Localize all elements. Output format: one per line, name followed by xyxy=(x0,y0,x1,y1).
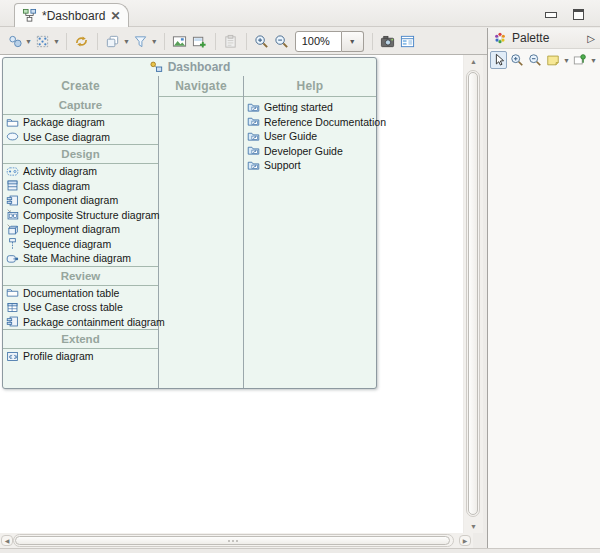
zoom-in-button[interactable] xyxy=(252,31,272,51)
sync-button[interactable] xyxy=(72,31,92,51)
editor-tab-bar: *Dashboard ✕ xyxy=(0,0,600,27)
item-label: Composite Structure diagram xyxy=(23,209,160,221)
dashboard-item-sequence-diagram[interactable]: Sequence diagram xyxy=(3,237,158,252)
help-folder-icon xyxy=(247,159,260,172)
shapes-tool-button[interactable] xyxy=(5,31,25,51)
select-tool-button[interactable] xyxy=(490,51,507,69)
item-label: User Guide xyxy=(264,130,317,142)
dashboard-item-use-case-cross-table[interactable]: Use Case cross table xyxy=(3,300,158,315)
vertical-scroll-track[interactable] xyxy=(466,70,480,517)
scroll-down-icon[interactable]: ▼ xyxy=(464,523,483,530)
tab-title: *Dashboard xyxy=(42,9,105,23)
dashboard-item-use-case-diagram[interactable]: Use Case diagram xyxy=(3,130,158,145)
vertical-scroll-thumb[interactable] xyxy=(468,72,478,515)
item-label: State Machine diagram xyxy=(23,252,131,264)
help-item-reference-documentation[interactable]: Reference Documentation xyxy=(244,115,376,130)
tab-dashboard[interactable]: *Dashboard ✕ xyxy=(14,3,129,27)
dashboard-item-composite-structure-diagram[interactable]: Composite Structure diagram xyxy=(3,208,158,223)
scroll-left-icon[interactable]: ◀ xyxy=(1,535,13,546)
note-dropdown-arrow-icon[interactable]: ▼ xyxy=(563,57,570,64)
pin-icon xyxy=(573,53,587,67)
help-item-developer-guide[interactable]: Developer Guide xyxy=(244,144,376,159)
dashboard-panel-title: Dashboard xyxy=(168,60,231,74)
horizontal-scroll-track[interactable] xyxy=(13,534,454,547)
palette-zoom-out-button[interactable] xyxy=(527,51,544,69)
dashboard-item-package-diagram[interactable]: Package diagram xyxy=(3,115,158,130)
sequence-diagram-icon xyxy=(6,237,19,250)
shapes-dropdown-arrow-icon[interactable]: ▼ xyxy=(25,38,32,45)
arrange-dropdown-arrow-icon[interactable]: ▼ xyxy=(53,38,60,45)
palette-zoom-in-button[interactable] xyxy=(508,51,525,69)
item-label: Documentation table xyxy=(23,287,119,299)
dashboard-item-class-diagram[interactable]: Class diagram xyxy=(3,179,158,194)
toolbar-separator xyxy=(97,33,98,50)
horizontal-scrollbar[interactable]: ◀ ▶ xyxy=(0,533,473,548)
screenshot-button[interactable] xyxy=(378,31,398,51)
scroll-right-icon[interactable]: ▶ xyxy=(459,535,471,546)
zoom-level-input[interactable]: 100% xyxy=(295,31,342,52)
filter-button[interactable] xyxy=(131,31,151,51)
toolbar-separator xyxy=(215,33,216,50)
dashboard-item-state-machine-diagram[interactable]: State Machine diagram xyxy=(3,251,158,266)
note-tool-button[interactable] xyxy=(545,51,562,69)
help-folder-icon xyxy=(247,130,260,143)
view-image-button[interactable] xyxy=(170,31,190,51)
toolbar-separator xyxy=(164,33,165,50)
column-navigate: Navigate xyxy=(159,76,244,388)
dashboard-item-package-containment-diagram[interactable]: Package containment diagram xyxy=(3,315,158,330)
copy-appearance-button[interactable] xyxy=(103,31,123,51)
grid-window-icon xyxy=(400,34,415,49)
filter-funnel-icon xyxy=(133,34,148,49)
item-label: Class diagram xyxy=(23,180,90,192)
help-folder-icon xyxy=(247,144,260,157)
horizontal-scroll-thumb[interactable] xyxy=(15,536,450,545)
zoom-out-button[interactable] xyxy=(272,31,292,51)
help-item-support[interactable]: Support xyxy=(244,158,376,173)
filter-dropdown-arrow-icon[interactable]: ▼ xyxy=(151,38,158,45)
copy-dropdown-arrow-icon[interactable]: ▼ xyxy=(123,38,130,45)
dashboard-item-deployment-diagram[interactable]: Deployment diagram xyxy=(3,222,158,237)
help-item-getting-started[interactable]: Getting started xyxy=(244,100,376,115)
view-buttons xyxy=(545,9,584,20)
application-window: *Dashboard ✕ ▼ ▼ ▼ ▼ 100% ▼ xyxy=(0,0,600,553)
palette-header[interactable]: Palette ▷ xyxy=(488,28,600,49)
toolbar-separator xyxy=(372,33,373,50)
section-header-extend: Extend xyxy=(3,330,158,348)
class-diagram-icon xyxy=(6,179,19,192)
diagram-window-button[interactable] xyxy=(398,31,418,51)
package-containment-icon xyxy=(6,315,19,328)
toolbar-separator xyxy=(246,33,247,50)
paste-button-disabled xyxy=(221,31,241,51)
zoom-level-dropdown-button[interactable]: ▼ xyxy=(342,31,364,52)
maximize-icon[interactable] xyxy=(573,9,584,20)
dashboard-panel: Dashboard Create Capture Package diagram… xyxy=(2,57,377,389)
scroll-up-icon[interactable]: ▲ xyxy=(464,58,483,65)
palette-expand-icon[interactable]: ▷ xyxy=(587,33,595,44)
cursor-icon xyxy=(492,53,506,67)
arrange-tool-button[interactable] xyxy=(33,31,53,51)
dashboard-icon xyxy=(149,60,163,74)
dashboard-item-activity-diagram[interactable]: Activity diagram xyxy=(3,164,158,179)
item-label: Getting started xyxy=(264,101,333,113)
state-machine-diagram-icon xyxy=(6,252,19,265)
paste-icon xyxy=(223,34,238,49)
add-view-button[interactable] xyxy=(190,31,210,51)
column-help: Help Getting started Reference Documenta… xyxy=(244,76,376,388)
deployment-diagram-icon xyxy=(6,223,19,236)
pin-tool-button[interactable] xyxy=(572,51,589,69)
cross-table-icon xyxy=(6,301,19,314)
help-header: Help xyxy=(244,76,376,96)
dashboard-item-profile-diagram[interactable]: Profile diagram xyxy=(3,349,158,364)
diagram-canvas[interactable]: Dashboard Create Capture Package diagram… xyxy=(0,55,463,533)
vertical-scrollbar[interactable]: ▲ ▼ xyxy=(464,55,483,533)
create-header: Create xyxy=(3,76,158,96)
dashboard-item-component-diagram[interactable]: Component diagram xyxy=(3,193,158,208)
palette-tools: ▼ ▼ xyxy=(488,49,600,71)
minimize-icon[interactable] xyxy=(545,12,557,18)
help-item-user-guide[interactable]: User Guide xyxy=(244,129,376,144)
palette-title: Palette xyxy=(512,31,582,45)
pin-dropdown-arrow-icon[interactable]: ▼ xyxy=(590,57,597,64)
dashboard-item-documentation-table[interactable]: Documentation table xyxy=(3,286,158,301)
tab-close-icon[interactable]: ✕ xyxy=(110,10,120,22)
navigate-header: Navigate xyxy=(159,76,243,96)
